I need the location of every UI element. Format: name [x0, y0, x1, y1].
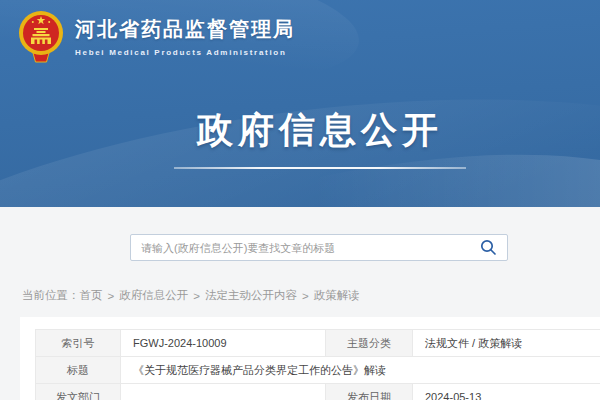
page-title: 政府信息公开	[20, 106, 600, 155]
breadcrumb-item-home[interactable]: 首页	[80, 288, 103, 303]
breadcrumb-separator: >	[302, 290, 309, 302]
subject-category-label: 主题分类	[326, 330, 413, 357]
table-row: 索引号 FGWJ-2024-10009 主题分类 法规文件 / 政策解读	[36, 330, 600, 357]
search-input[interactable]	[131, 235, 469, 260]
breadcrumb-separator: >	[193, 290, 200, 302]
subject-category-value: 法规文件 / 政策解读	[413, 330, 600, 357]
issuing-department-value	[121, 384, 326, 400]
article-meta-card: 索引号 FGWJ-2024-10009 主题分类 法规文件 / 政策解读 标题 …	[20, 317, 600, 400]
table-row: 标题 《关于规范医疗器械产品分类界定工作的公告》解读	[36, 357, 600, 384]
content-area: 当前位置： 首页 > 政府信息公开 > 法定主动公开内容 > 政策解读 索引号 …	[0, 207, 600, 400]
title-underline	[174, 167, 466, 169]
issuing-department-label: 发文部门	[36, 384, 121, 400]
index-number-label: 索引号	[36, 330, 121, 357]
title-value: 《关于规范医疗器械产品分类界定工作的公告》解读	[121, 357, 600, 384]
title-label: 标题	[36, 357, 121, 384]
breadcrumb-prefix: 当前位置：	[22, 288, 80, 303]
publish-date-label: 发布日期	[326, 384, 413, 400]
publish-date-value: 2024-05-13	[413, 384, 600, 400]
article-meta-table: 索引号 FGWJ-2024-10009 主题分类 法规文件 / 政策解读 标题 …	[35, 329, 600, 400]
site-logo[interactable]: 河北省药品监督管理局 Hebei Medical Products Admini…	[18, 8, 295, 64]
page: 河北省药品监督管理局 Hebei Medical Products Admini…	[0, 0, 600, 400]
search-button[interactable]	[469, 235, 507, 260]
site-title: 河北省药品监督管理局	[75, 16, 295, 43]
national-emblem-icon	[18, 8, 64, 64]
breadcrumb-item-statutory-disclosure[interactable]: 法定主动公开内容	[205, 288, 297, 303]
search-icon	[480, 239, 497, 256]
site-title-block: 河北省药品监督管理局 Hebei Medical Products Admini…	[75, 16, 295, 57]
table-row: 发文部门 发布日期 2024-05-13	[36, 384, 600, 400]
index-number-value: FGWJ-2024-10009	[121, 330, 326, 357]
site-header: 河北省药品监督管理局 Hebei Medical Products Admini…	[0, 0, 600, 207]
breadcrumb-separator: >	[108, 290, 115, 302]
site-title-english: Hebei Medical Products Administration	[75, 48, 295, 57]
breadcrumb-item-gov-info[interactable]: 政府信息公开	[119, 288, 188, 303]
breadcrumb: 当前位置： 首页 > 政府信息公开 > 法定主动公开内容 > 政策解读	[22, 288, 360, 303]
breadcrumb-item-policy-interpretation[interactable]: 政策解读	[314, 288, 360, 303]
search-box	[130, 234, 508, 261]
